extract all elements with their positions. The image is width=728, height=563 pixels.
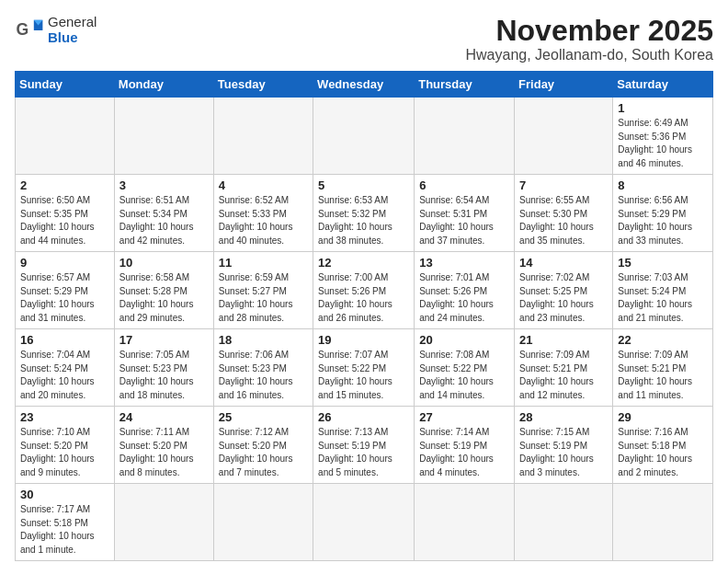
day-cell: 10Sunrise: 6:58 AM Sunset: 5:28 PM Dayli… [114, 252, 213, 329]
day-cell: 8Sunrise: 6:56 AM Sunset: 5:29 PM Daylig… [613, 175, 713, 252]
day-info: Sunrise: 7:07 AM Sunset: 5:22 PM Dayligh… [318, 349, 409, 402]
day-number: 15 [618, 256, 708, 270]
day-info: Sunrise: 6:57 AM Sunset: 5:29 PM Dayligh… [20, 271, 109, 325]
day-info: Sunrise: 6:49 AM Sunset: 5:36 PM Dayligh… [618, 117, 708, 170]
day-number: 18 [219, 333, 308, 347]
day-cell: 21Sunrise: 7:09 AM Sunset: 5:21 PM Dayli… [515, 329, 613, 407]
logo-icon: G [15, 16, 44, 45]
day-cell: 14Sunrise: 7:02 AM Sunset: 5:25 PM Dayli… [515, 252, 613, 329]
week-row-3: 9Sunrise: 6:57 AM Sunset: 5:29 PM Daylig… [16, 252, 713, 329]
day-cell [213, 98, 313, 175]
month-title: November 2025 [466, 15, 714, 47]
day-cell [114, 98, 213, 175]
day-cell [415, 484, 515, 561]
day-info: Sunrise: 6:50 AM Sunset: 5:35 PM Dayligh… [20, 194, 109, 247]
day-cell: 27Sunrise: 7:14 AM Sunset: 5:19 PM Dayli… [415, 407, 515, 484]
day-cell: 20Sunrise: 7:08 AM Sunset: 5:22 PM Dayli… [415, 329, 515, 407]
day-cell: 7Sunrise: 6:55 AM Sunset: 5:30 PM Daylig… [515, 175, 613, 252]
day-info: Sunrise: 7:16 AM Sunset: 5:18 PM Dayligh… [618, 426, 708, 479]
day-info: Sunrise: 7:02 AM Sunset: 5:25 PM Dayligh… [519, 271, 608, 325]
day-info: Sunrise: 7:12 AM Sunset: 5:20 PM Dayligh… [219, 426, 308, 479]
day-number: 23 [20, 410, 109, 424]
day-cell [313, 98, 415, 175]
day-info: Sunrise: 7:01 AM Sunset: 5:26 PM Dayligh… [419, 271, 509, 325]
day-number: 6 [419, 178, 509, 192]
day-number: 16 [20, 333, 109, 347]
day-number: 5 [318, 178, 409, 192]
day-number: 14 [519, 256, 608, 270]
day-info: Sunrise: 7:09 AM Sunset: 5:21 PM Dayligh… [519, 349, 608, 402]
day-info: Sunrise: 6:59 AM Sunset: 5:27 PM Dayligh… [219, 271, 308, 325]
logo-blue: Blue [48, 30, 97, 46]
day-cell [613, 484, 713, 561]
day-info: Sunrise: 7:05 AM Sunset: 5:23 PM Dayligh… [119, 349, 209, 402]
day-number: 12 [318, 256, 409, 270]
day-number: 21 [519, 333, 608, 347]
day-info: Sunrise: 7:06 AM Sunset: 5:23 PM Dayligh… [219, 349, 308, 402]
day-number: 28 [519, 410, 608, 424]
weekday-header-row: SundayMondayTuesdayWednesdayThursdayFrid… [16, 72, 713, 98]
day-number: 17 [119, 333, 209, 347]
day-number: 3 [119, 178, 209, 192]
day-number: 7 [519, 178, 608, 192]
week-row-2: 2Sunrise: 6:50 AM Sunset: 5:35 PM Daylig… [16, 175, 713, 252]
day-cell: 28Sunrise: 7:15 AM Sunset: 5:19 PM Dayli… [515, 407, 613, 484]
day-cell: 23Sunrise: 7:10 AM Sunset: 5:20 PM Dayli… [16, 407, 115, 484]
day-cell: 18Sunrise: 7:06 AM Sunset: 5:23 PM Dayli… [213, 329, 313, 407]
day-info: Sunrise: 6:54 AM Sunset: 5:31 PM Dayligh… [419, 194, 509, 247]
day-cell: 2Sunrise: 6:50 AM Sunset: 5:35 PM Daylig… [16, 175, 115, 252]
day-cell: 12Sunrise: 7:00 AM Sunset: 5:26 PM Dayli… [313, 252, 415, 329]
day-info: Sunrise: 7:17 AM Sunset: 5:18 PM Dayligh… [20, 503, 109, 557]
weekday-header-saturday: Saturday [613, 72, 713, 98]
day-number: 25 [219, 410, 308, 424]
weekday-header-thursday: Thursday [415, 72, 515, 98]
day-number: 24 [119, 410, 209, 424]
day-cell: 16Sunrise: 7:04 AM Sunset: 5:24 PM Dayli… [16, 329, 115, 407]
day-cell: 26Sunrise: 7:13 AM Sunset: 5:19 PM Dayli… [313, 407, 415, 484]
day-cell [16, 98, 115, 175]
day-cell: 17Sunrise: 7:05 AM Sunset: 5:23 PM Dayli… [114, 329, 213, 407]
day-number: 9 [20, 256, 109, 270]
day-info: Sunrise: 7:09 AM Sunset: 5:21 PM Dayligh… [618, 349, 708, 402]
day-cell: 11Sunrise: 6:59 AM Sunset: 5:27 PM Dayli… [213, 252, 313, 329]
week-row-4: 16Sunrise: 7:04 AM Sunset: 5:24 PM Dayli… [16, 329, 713, 407]
header: G General Blue November 2025 Hwayang, Je… [15, 15, 713, 63]
day-number: 30 [20, 488, 109, 501]
day-info: Sunrise: 7:11 AM Sunset: 5:20 PM Dayligh… [119, 426, 209, 479]
day-cell [515, 484, 613, 561]
week-row-6: 30Sunrise: 7:17 AM Sunset: 5:18 PM Dayli… [16, 484, 713, 561]
weekday-header-friday: Friday [515, 72, 613, 98]
day-info: Sunrise: 7:10 AM Sunset: 5:20 PM Dayligh… [20, 426, 109, 479]
day-cell: 1Sunrise: 6:49 AM Sunset: 5:36 PM Daylig… [613, 98, 713, 175]
weekday-header-tuesday: Tuesday [213, 72, 313, 98]
day-cell: 15Sunrise: 7:03 AM Sunset: 5:24 PM Dayli… [613, 252, 713, 329]
day-info: Sunrise: 6:55 AM Sunset: 5:30 PM Dayligh… [519, 194, 608, 247]
day-cell [415, 98, 515, 175]
day-cell: 6Sunrise: 6:54 AM Sunset: 5:31 PM Daylig… [415, 175, 515, 252]
day-cell: 24Sunrise: 7:11 AM Sunset: 5:20 PM Dayli… [114, 407, 213, 484]
day-info: Sunrise: 6:52 AM Sunset: 5:33 PM Dayligh… [219, 194, 308, 247]
day-number: 27 [419, 410, 509, 424]
day-cell: 29Sunrise: 7:16 AM Sunset: 5:18 PM Dayli… [613, 407, 713, 484]
day-info: Sunrise: 6:51 AM Sunset: 5:34 PM Dayligh… [119, 194, 209, 247]
location-title: Hwayang, Jeollanam-do, South Korea [466, 47, 714, 63]
logo-text: General Blue [48, 15, 97, 45]
day-cell [313, 484, 415, 561]
day-cell: 25Sunrise: 7:12 AM Sunset: 5:20 PM Dayli… [213, 407, 313, 484]
day-info: Sunrise: 6:58 AM Sunset: 5:28 PM Dayligh… [119, 271, 209, 325]
day-info: Sunrise: 7:08 AM Sunset: 5:22 PM Dayligh… [419, 349, 509, 402]
day-info: Sunrise: 7:03 AM Sunset: 5:24 PM Dayligh… [618, 271, 708, 325]
logo-general: General [48, 15, 97, 30]
day-info: Sunrise: 7:04 AM Sunset: 5:24 PM Dayligh… [20, 349, 109, 402]
day-number: 26 [318, 410, 409, 424]
weekday-header-wednesday: Wednesday [313, 72, 415, 98]
day-number: 20 [419, 333, 509, 347]
day-info: Sunrise: 6:56 AM Sunset: 5:29 PM Dayligh… [618, 194, 708, 247]
title-area: November 2025 Hwayang, Jeollanam-do, Sou… [466, 15, 714, 63]
day-cell [114, 484, 213, 561]
day-info: Sunrise: 7:14 AM Sunset: 5:19 PM Dayligh… [419, 426, 509, 479]
svg-text:G: G [17, 19, 29, 38]
day-number: 4 [219, 178, 308, 192]
day-number: 2 [20, 178, 109, 192]
day-cell [213, 484, 313, 561]
